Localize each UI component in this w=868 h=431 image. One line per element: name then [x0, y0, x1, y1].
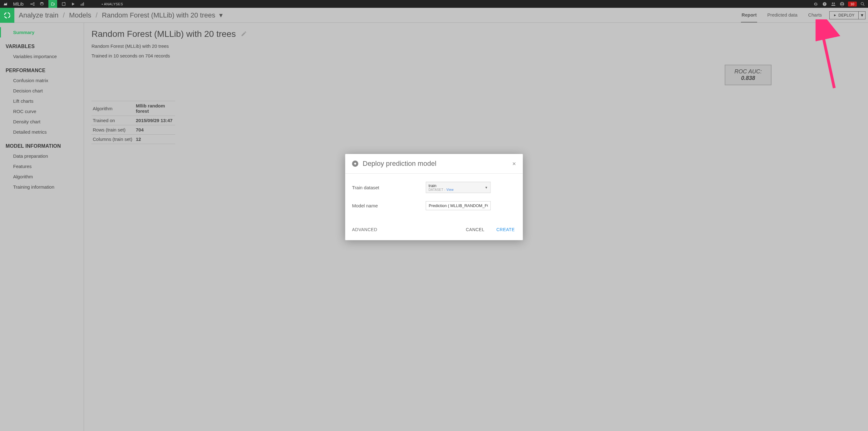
play-icon — [833, 14, 836, 17]
breadcrumb-separator: / — [96, 11, 97, 19]
gear-icon[interactable] — [813, 1, 819, 7]
svg-text:?: ? — [824, 2, 825, 6]
bird-logo-icon[interactable] — [2, 1, 8, 7]
train-dataset-label: Train dataset — [352, 185, 426, 190]
close-icon[interactable]: × — [513, 160, 516, 167]
svg-point-3 — [40, 2, 43, 3]
breadcrumb-current[interactable]: Random Forest (MLLib) with 20 trees ▾ — [102, 11, 222, 19]
modal-backdrop: Deploy prediction model × Train dataset … — [0, 23, 868, 431]
svg-point-12 — [833, 2, 835, 4]
deploy-button-label: DEPLOY — [838, 13, 855, 18]
train-dataset-value: train — [429, 183, 488, 188]
svg-point-14 — [841, 3, 843, 4]
train-dataset-select[interactable]: train DATASET - View ▼ — [426, 182, 491, 193]
breadcrumb-models[interactable]: Models — [69, 11, 91, 19]
analysis-icon[interactable] — [49, 0, 57, 8]
breadcrumb: Analyze train / Models / Random Forest (… — [19, 11, 223, 19]
deploy-modal: Deploy prediction model × Train dataset … — [345, 154, 523, 240]
project-name[interactable]: MlLib — [13, 2, 23, 6]
notebook-icon[interactable] — [61, 1, 66, 7]
tag-icon — [352, 160, 359, 167]
svg-point-16 — [4, 12, 10, 18]
search-icon[interactable] — [860, 1, 866, 7]
chevron-down-icon: ▼ — [485, 186, 488, 189]
advanced-button[interactable]: ADVANCED — [352, 227, 377, 232]
svg-rect-6 — [81, 4, 82, 6]
modal-title: Deploy prediction model — [363, 160, 436, 168]
svg-point-1 — [34, 2, 35, 3]
deploy-dropdown-caret[interactable]: ▾ — [859, 11, 866, 19]
secondary-header: Analyze train / Models / Random Forest (… — [0, 8, 868, 23]
svg-point-0 — [31, 3, 32, 4]
analyses-label[interactable]: ANALYSES — [101, 2, 123, 6]
svg-rect-8 — [83, 2, 84, 6]
chevron-down-icon: ▾ — [219, 11, 223, 19]
train-dataset-view-link[interactable]: View — [446, 188, 454, 191]
model-name-input[interactable] — [426, 201, 491, 210]
header-tabs: Report Predicted data Charts — [741, 8, 829, 23]
deploy-button-group: DEPLOY ▾ — [829, 11, 866, 19]
deploy-button[interactable]: DEPLOY — [829, 11, 859, 19]
tab-report[interactable]: Report — [741, 8, 757, 23]
jobs-play-icon[interactable] — [70, 1, 76, 7]
breadcrumb-current-label: Random Forest (MLLib) with 20 trees — [102, 11, 215, 19]
help-icon[interactable]: ? — [822, 1, 828, 7]
svg-rect-5 — [62, 2, 65, 5]
svg-rect-7 — [82, 3, 83, 6]
tab-charts[interactable]: Charts — [807, 8, 823, 23]
svg-point-4 — [52, 2, 54, 5]
form-row-model-name: Model name — [352, 201, 516, 210]
svg-point-15 — [861, 2, 864, 5]
analysis-badge-icon — [0, 8, 14, 23]
users-icon[interactable] — [831, 1, 836, 7]
notification-badge[interactable]: 10 — [848, 2, 857, 6]
top-nav-bar: MlLib ANALYSES ? — [0, 0, 868, 8]
breadcrumb-analyze-train[interactable]: Analyze train — [19, 11, 58, 19]
breadcrumb-separator: / — [63, 11, 65, 19]
train-dataset-subtext: DATASET - View — [429, 188, 488, 191]
model-name-label: Model name — [352, 203, 426, 208]
form-row-train-dataset: Train dataset train DATASET - View ▼ — [352, 182, 516, 193]
flow-icon[interactable] — [30, 1, 35, 7]
user-avatar-icon[interactable] — [839, 1, 845, 7]
tab-predicted-data[interactable]: Predicted data — [767, 8, 798, 23]
modal-footer: ADVANCED CANCEL CREATE — [345, 221, 523, 240]
create-button[interactable]: CREATE — [495, 225, 516, 234]
modal-header: Deploy prediction model × — [345, 154, 523, 174]
dashboards-icon[interactable] — [80, 1, 85, 7]
cancel-button[interactable]: CANCEL — [465, 225, 486, 234]
dataset-icon[interactable] — [39, 1, 45, 7]
svg-point-11 — [832, 2, 833, 4]
svg-point-2 — [34, 5, 35, 6]
modal-body: Train dataset train DATASET - View ▼ Mod… — [345, 174, 523, 221]
